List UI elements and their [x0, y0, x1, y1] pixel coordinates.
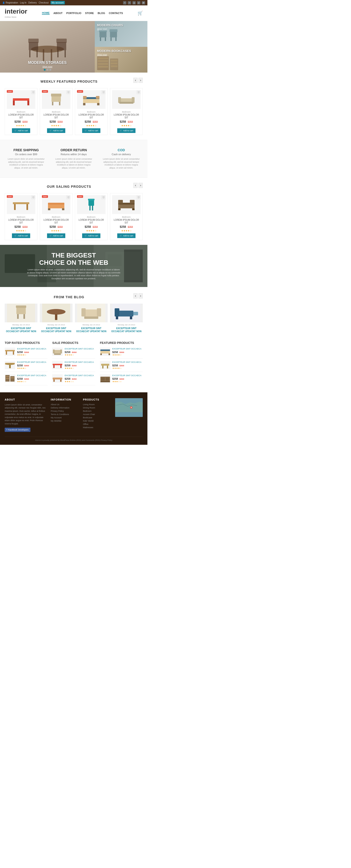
blog-title[interactable]: EXCEPTEUR SINT OCCAECAT UPDATAT NON — [5, 327, 37, 333]
featured-item-1[interactable]: EXCEPTEUR SINT OCCAECA $258 $358 ★★★★☆ — [100, 348, 143, 359]
wishlist-button[interactable]: ♡ — [31, 90, 35, 94]
svg-rect-88 — [133, 312, 138, 315]
facebook-badge[interactable]: f Facebook Developers — [5, 428, 30, 432]
nav-blog[interactable]: BLOG — [98, 12, 105, 14]
blog-post-1[interactable]: Monday Jan 24 2013 EXCEPTEUR SINT OCCAEC… — [5, 304, 37, 333]
living-room-link[interactable]: Living Room — [83, 403, 110, 406]
mini-stars: ★★★☆☆ — [112, 380, 143, 383]
office-link[interactable]: Office — [83, 423, 110, 425]
blog-table-svg — [42, 304, 70, 322]
dot-2[interactable] — [46, 69, 49, 71]
logo[interactable]: interior Online Store — [5, 8, 27, 19]
wishlist-button[interactable]: ♡ — [136, 195, 140, 199]
terms-link[interactable]: Terms & Conditions — [51, 413, 78, 415]
section-header: WEEKLY FEATURED PRODUCTS ‹ › — [5, 75, 143, 86]
blog-next-button[interactable]: › — [138, 293, 143, 299]
add-to-cart-button[interactable]: 🛒Add to cart — [12, 234, 30, 238]
blog-title[interactable]: EXCEPTEUR SINT OCCAECAT UPDATAT NON — [75, 327, 108, 333]
featured-item-3[interactable]: EXCEPTEUR SINT OCCAECA $258 $358 ★★★☆☆ — [100, 374, 143, 385]
top-rated-item-3[interactable]: EXCEPTEUR SINT OCCAECA $258 $358 ★★★☆☆ — [5, 374, 47, 385]
cart-button[interactable]: 🛒 — [137, 10, 143, 16]
delivery-link[interactable]: Delivery — [28, 1, 37, 4]
mattresses-link[interactable]: Mattresses — [83, 426, 110, 429]
my-account-footer-link[interactable]: My Account — [51, 416, 78, 419]
bookcase-link[interactable]: Bookcase — [83, 416, 110, 419]
sale-item-2[interactable]: EXCEPTEUR SINT OCCAECA $258 $358 ★★★★☆ — [52, 361, 95, 372]
about-us-link[interactable]: About Us — [51, 403, 78, 406]
bedroom-link[interactable]: Bedroom — [83, 410, 110, 412]
mini-product-image — [100, 348, 110, 356]
add-to-cart-button[interactable]: 🛒Add to cart — [12, 128, 30, 133]
login-link[interactable]: Log In — [20, 1, 26, 4]
nav-about[interactable]: ABOUT — [53, 12, 62, 14]
svg-rect-107 — [53, 378, 62, 379]
wishlist-link[interactable]: My Wishlist — [51, 420, 78, 422]
hero-card-bookcases[interactable]: MODERN BOOKCASES Shop now! — [95, 47, 148, 72]
svg-rect-99 — [11, 377, 14, 378]
nav-portfolio[interactable]: PORTFOLIO — [66, 12, 81, 14]
nav-contacts[interactable]: CONTACTS — [109, 12, 123, 14]
next-button[interactable]: › — [138, 183, 143, 188]
hero-main-panel[interactable]: MODERN STORAGES Shop now! — [0, 21, 95, 72]
features-section: FREE SHIPPING On orders over $99 Lorem i… — [0, 140, 148, 178]
sale-item-1[interactable]: EXCEPTEUR SINT OCCAECA $258 $358 ★★★★☆ — [52, 348, 95, 359]
featured-item-2[interactable]: EXCEPTEUR SINT OCCAECA $258 $358 ★★★★☆ — [100, 361, 143, 372]
nav-store[interactable]: STORE — [85, 12, 94, 14]
add-to-cart-button[interactable]: 🛒Add to cart — [82, 128, 101, 133]
facebook-icon[interactable]: f — [123, 1, 126, 4]
youtube-icon[interactable]: y — [137, 1, 140, 4]
blog-post-3[interactable]: Monday Jan 24 2013 EXCEPTEUR SINT OCCAEC… — [75, 304, 108, 333]
svg-rect-32 — [52, 102, 53, 105]
add-to-cart-button[interactable]: 🛒Add to cart — [47, 128, 66, 133]
privacy-link[interactable]: Privacy Policy — [51, 410, 78, 412]
svg-rect-89 — [5, 350, 15, 351]
feature-free-shipping: FREE SHIPPING On orders over $99 Lorem i… — [5, 146, 47, 172]
checkout-link[interactable]: Checkout — [39, 1, 49, 4]
next-button[interactable]: › — [138, 78, 143, 83]
my-account-button[interactable]: My account — [51, 1, 65, 4]
add-to-cart-button[interactable]: 🛒Add to cart — [82, 234, 101, 238]
wishlist-button[interactable]: ♡ — [66, 195, 70, 199]
email-icon[interactable]: @ — [142, 1, 145, 4]
svg-rect-21 — [98, 60, 108, 62]
svg-rect-81 — [97, 308, 101, 316]
delivery-link[interactable]: Delivery Information — [51, 407, 78, 409]
product-name: LOREM IPSUM DOLOR SIT — [42, 114, 70, 119]
add-to-cart-button[interactable]: 🛒Add to cart — [47, 234, 66, 238]
add-to-cart-button[interactable]: 🛒Add to cart — [117, 128, 136, 133]
product-name: LOREM IPSUM DOLOR SIT — [77, 114, 105, 119]
blog-title[interactable]: EXCEPTEUR SINT OCCAECAT UPDATAT NON — [110, 327, 143, 333]
dining-room-link[interactable]: Dining Room — [83, 407, 110, 409]
blog-post-2[interactable]: Monday Jan 24 2013 EXCEPTEUR SINT OCCAEC… — [40, 304, 72, 333]
wishlist-button[interactable]: ♡ — [136, 90, 140, 94]
dot-1[interactable] — [44, 69, 45, 71]
blog-title[interactable]: EXCEPTEUR SINT OCCAECAT UPDATAT NON — [40, 327, 72, 333]
google-icon[interactable]: g — [132, 1, 136, 4]
product-stars: ★★★★☆ — [42, 229, 70, 232]
kids-world-link[interactable]: Kids' World — [83, 420, 110, 422]
blog-post-4[interactable]: Monday Jan 24 2013 EXCEPTEUR SINT OCCAEC… — [110, 304, 143, 333]
nav-home[interactable]: HOME — [42, 11, 50, 15]
prev-button[interactable]: ‹ — [133, 183, 137, 188]
twitter-icon[interactable]: t — [128, 1, 131, 4]
wishlist-button[interactable]: ♡ — [101, 90, 105, 94]
wishlist-button[interactable]: ♡ — [31, 195, 35, 199]
add-to-cart-button[interactable]: 🛒Add to cart — [117, 234, 136, 238]
wishlist-button[interactable]: ♡ — [101, 195, 105, 199]
hero-card-chairs[interactable]: MODERN CHAIRS Shop now! — [95, 21, 148, 47]
svg-rect-11 — [99, 32, 106, 37]
sale-item-3[interactable]: EXCEPTEUR SINT OCCAECA $258 $358 ★★★☆☆ — [52, 374, 95, 385]
product-card-1: Sale! ♡ Bedroom LOREM IPSUM DOLOR SIT $2… — [5, 88, 37, 135]
prev-button[interactable]: ‹ — [133, 78, 137, 83]
top-rated-item-2[interactable]: EXCEPTEUR SINT OCCAECA $258 $358 ★★★★☆ — [5, 361, 47, 372]
dot-3[interactable] — [50, 69, 51, 71]
table-svg — [12, 92, 30, 106]
wishlist-button[interactable]: ♡ — [66, 90, 70, 94]
top-rated-item-1[interactable]: EXCEPTEUR SINT OCCAECA $258 $358 ★★★★☆ — [5, 348, 47, 359]
registration-link[interactable]: 👤 Registration — [2, 1, 18, 4]
accent-chair-link[interactable]: Accent Chair — [83, 413, 110, 415]
svg-rect-7 — [57, 42, 66, 50]
mini-product-info: EXCEPTEUR SINT OCCAECA $258 $358 ★★★★☆ — [65, 361, 95, 369]
product-card-3: Sale! ♡ Bedroom LOREM IPSUM DOLOR SIT $2… — [75, 88, 108, 135]
blog-prev-button[interactable]: ‹ — [133, 293, 137, 299]
